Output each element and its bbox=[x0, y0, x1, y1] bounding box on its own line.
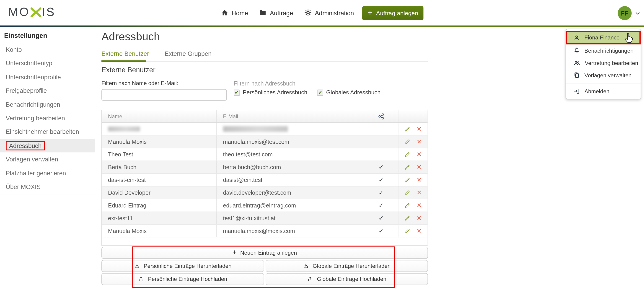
sidebar-item-vorlagen-verwalten[interactable]: Vorlagen verwalten bbox=[0, 152, 97, 166]
sidebar-item-einsichtnehmer-bearbeiten[interactable]: Einsichtnehmer bearbeiten bbox=[0, 125, 97, 138]
sidebar-item-konto[interactable]: Konto bbox=[0, 43, 97, 56]
sidebar-item-ber-moxis[interactable]: Über MOXIS bbox=[0, 180, 97, 194]
tab-bar: Externe Benutzer Externe Gruppen bbox=[102, 50, 471, 57]
action-button-label: Persönliche Einträge Herunterladen bbox=[144, 263, 232, 269]
shared-cell: ✓ bbox=[364, 199, 398, 212]
users-icon bbox=[573, 59, 580, 66]
column-header-shared bbox=[364, 110, 398, 122]
page-title: Adressbuch bbox=[102, 30, 471, 43]
app-window: MO IS HomeAufträgeAdministration + Auftr… bbox=[0, 0, 644, 303]
action-button-label: Persönliche Einträge Hochladen bbox=[148, 276, 227, 282]
sidebar-item-platzhalter-generieren[interactable]: Platzhalter generieren bbox=[0, 166, 97, 180]
table-body: ✕Manuela Moxismanuela.moxis@test.com✕The… bbox=[102, 123, 428, 238]
checkbox-label: Globales Adressbuch bbox=[326, 89, 380, 96]
name-filter-input[interactable] bbox=[102, 89, 226, 100]
edit-button[interactable] bbox=[404, 202, 410, 208]
checkbox-pers-nliches-adressbuch-box[interactable]: ✔ bbox=[234, 89, 240, 96]
sidebar-items: KontoUnterschriftentypUnterschriftenprof… bbox=[0, 43, 97, 194]
nav-item-administration[interactable]: Administration bbox=[304, 9, 354, 16]
email-cell: eduard.eintrag@eintrag.com bbox=[217, 199, 364, 212]
delete-button[interactable]: ✕ bbox=[416, 189, 422, 196]
globale-eintr-ge-hochladen-button[interactable]: Globale Einträge Hochladen bbox=[266, 273, 428, 285]
avatar[interactable]: FF bbox=[618, 6, 632, 20]
plus-icon: + bbox=[232, 249, 237, 256]
tab-externe-benutzer[interactable]: Externe Benutzer bbox=[102, 50, 149, 57]
sidebar-title: Einstellungen bbox=[4, 32, 97, 40]
email-cell: manuela.moxis@moxis.com bbox=[217, 224, 364, 237]
settings-sidebar: Einstellungen KontoUnterschriftentypUnte… bbox=[0, 27, 97, 195]
delete-button[interactable]: ✕ bbox=[416, 138, 422, 145]
edit-button[interactable] bbox=[404, 164, 410, 170]
logo-text-prefix: MO bbox=[8, 5, 30, 19]
user-menu-item-vertretung-bearbeiten[interactable]: Vertretung bearbeiten bbox=[566, 57, 641, 69]
redacted-name bbox=[108, 126, 140, 132]
sidebar-item-unterschriftenprofile[interactable]: Unterschriftenprofile bbox=[0, 70, 97, 84]
nav-item-auftr-ge[interactable]: Aufträge bbox=[259, 9, 293, 16]
user-icon bbox=[573, 34, 580, 41]
column-header-email: E-Mail bbox=[217, 110, 364, 122]
plus-icon: + bbox=[368, 9, 372, 17]
delete-button[interactable]: ✕ bbox=[416, 227, 422, 234]
row-actions: ✕ bbox=[398, 123, 428, 135]
nav-item-home[interactable]: Home bbox=[221, 9, 248, 16]
action-button-label: Globale Einträge Hochladen bbox=[317, 276, 386, 282]
check-icon: ✓ bbox=[379, 189, 384, 196]
name-filter-label: Filtern nach Name oder E-Mail: bbox=[102, 80, 234, 86]
delete-button[interactable]: ✕ bbox=[416, 125, 422, 132]
checkbox-globales-adressbuch[interactable]: ✔Globales Adressbuch bbox=[317, 89, 380, 96]
row-actions: ✕ bbox=[398, 161, 428, 173]
delete-button[interactable]: ✕ bbox=[416, 151, 422, 158]
sidebar-item-unterschriftentyp[interactable]: Unterschriftentyp bbox=[0, 56, 97, 70]
delete-button[interactable]: ✕ bbox=[416, 202, 422, 209]
tab-externe-gruppen[interactable]: Externe Gruppen bbox=[164, 50, 212, 57]
check-icon: ✓ bbox=[379, 214, 384, 222]
column-header-name: Name bbox=[102, 110, 217, 122]
user-menu-item-benachrichtigungen[interactable]: Benachrichtigungen bbox=[566, 44, 641, 57]
chevron-down-icon[interactable] bbox=[635, 10, 640, 18]
edit-button[interactable] bbox=[404, 190, 410, 196]
download-icon bbox=[303, 263, 309, 269]
upload-buttons-row: Persönliche Einträge HochladenGlobale Ei… bbox=[102, 273, 428, 285]
sidebar-item-vertretung-bearbeiten[interactable]: Vertretung bearbeiten bbox=[0, 111, 97, 125]
nav-item-label: Home bbox=[232, 9, 248, 16]
delete-button[interactable]: ✕ bbox=[416, 176, 422, 184]
sidebar-item-benachrichtigungen[interactable]: Benachrichtigungen bbox=[0, 98, 97, 111]
add-entry-button[interactable]: + Neuen Eintrag anlegen bbox=[102, 247, 428, 259]
name-cell: Theo Test bbox=[102, 148, 217, 160]
row-actions: ✕ bbox=[398, 199, 428, 212]
edit-button[interactable] bbox=[404, 228, 410, 234]
sidebar-item-adressbuch[interactable]: Adressbuch bbox=[0, 138, 95, 152]
create-order-button[interactable]: + Auftrag anlegen bbox=[362, 6, 424, 20]
pers-nliche-eintr-ge-hochladen-button[interactable]: Persönliche Einträge Hochladen bbox=[102, 273, 264, 285]
nav-item-label: Administration bbox=[315, 9, 354, 16]
edit-button[interactable] bbox=[404, 126, 410, 132]
globale-eintr-ge-herunterladen-button[interactable]: Globale Einträge Herunterladen bbox=[266, 260, 428, 272]
table-row: Theo Testtheo.test@test.com✕ bbox=[102, 148, 428, 161]
user-menu-item-label: Vertretung bearbeiten bbox=[585, 60, 638, 66]
shared-cell: ✓ bbox=[364, 174, 398, 186]
checkbox-pers-nliches-adressbuch[interactable]: ✔Persönliches Adressbuch bbox=[234, 89, 307, 96]
main-content: Adressbuch Externe Benutzer Externe Grup… bbox=[102, 27, 471, 285]
user-menu-item-abmelden[interactable]: Abmelden bbox=[566, 85, 641, 97]
addressbook-filter-label: Filtern nach Adressbuch bbox=[234, 80, 380, 87]
row-actions: ✕ bbox=[398, 186, 428, 199]
table-row: Manuela Moxismanuela.moxis@test.com✕ bbox=[102, 136, 428, 148]
checkbox-globales-adressbuch-box[interactable]: ✔ bbox=[317, 89, 323, 96]
sidebar-item-freigabeprofile[interactable]: Freigabeprofile bbox=[0, 84, 97, 98]
pers-nliche-eintr-ge-herunterladen-button[interactable]: Persönliche Einträge Herunterladen bbox=[102, 260, 264, 272]
templates-icon bbox=[573, 72, 580, 78]
edit-button[interactable] bbox=[404, 177, 410, 183]
name-filter-group: Filtern nach Name oder E-Mail: bbox=[102, 80, 234, 100]
edit-button[interactable] bbox=[404, 152, 410, 158]
add-entry-label: Neuen Eintrag anlegen bbox=[240, 250, 297, 256]
gear-icon bbox=[304, 9, 312, 16]
row-actions: ✕ bbox=[398, 148, 428, 160]
delete-button[interactable]: ✕ bbox=[416, 164, 422, 171]
edit-button[interactable] bbox=[404, 138, 410, 145]
user-menu-item-vorlagen-verwalten[interactable]: Vorlagen verwalten bbox=[566, 69, 641, 82]
name-cell bbox=[102, 123, 217, 135]
edit-button[interactable] bbox=[404, 215, 410, 221]
shared-cell: ✓ bbox=[364, 186, 398, 199]
delete-button[interactable]: ✕ bbox=[416, 214, 422, 222]
email-cell: dasist@ein.test bbox=[217, 174, 364, 186]
